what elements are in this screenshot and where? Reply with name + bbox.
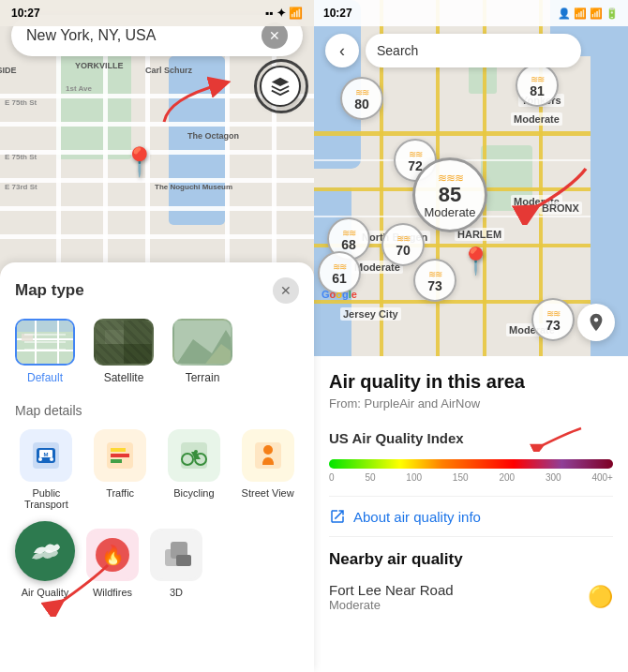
right-panel: 10:27 👤 📶 📶 🔋 ‹ Search Yonkers Moderate …	[314, 0, 628, 672]
detail-traffic[interactable]: Traffic	[89, 429, 152, 510]
svg-rect-6	[22, 334, 33, 341]
default-icon	[15, 319, 75, 366]
transit-icon-box: M	[20, 429, 72, 482]
sheet-title: Map type	[15, 281, 84, 300]
layers-button[interactable]	[260, 66, 301, 107]
svg-rect-8	[96, 321, 124, 344]
svg-rect-36	[176, 555, 191, 566]
map-type-grid: Default Satellite	[15, 319, 299, 384]
bicycling-label: Bicycling	[173, 487, 214, 499]
nearby-title: Nearby air quality	[329, 550, 613, 569]
bicycling-icon-box	[168, 429, 220, 482]
streetview-label: Street View	[242, 487, 294, 499]
satellite-icon	[94, 319, 154, 366]
aqi-info-panel: Air quality in this area From: PurpleAir…	[314, 356, 628, 672]
search-text-right: Search	[377, 43, 418, 58]
map-pin-right: 📍	[459, 246, 492, 276]
map-area-left: E 75th St E 75th St E 73rd St 1st Ave Th…	[0, 0, 314, 272]
nearby-item-fortlee: Fort Lee Near Road Moderate 🟡	[329, 578, 613, 616]
svg-point-17	[38, 457, 42, 461]
svg-rect-7	[96, 321, 154, 366]
status-bar-left: 10:27 ▪▪ ✦ 📶	[0, 0, 314, 26]
svg-point-18	[50, 457, 53, 461]
aqi-badge-main: ≋≋≋ 85 Moderate	[412, 157, 487, 232]
search-text-left: New York, NY, USA	[26, 27, 262, 44]
svg-point-29	[263, 445, 273, 455]
about-air-quality-button[interactable]: About air quality info	[329, 496, 613, 537]
layers-arrow-left	[159, 70, 234, 127]
aqi-badge-80: ≋≋ 80	[340, 77, 383, 120]
detail-3d[interactable]: 3D	[150, 529, 202, 598]
map-type-terrain[interactable]: Terrain	[172, 319, 232, 384]
map-type-default[interactable]: Default	[15, 319, 75, 384]
traffic-label: Traffic	[106, 487, 134, 499]
3d-label: 3D	[170, 587, 183, 598]
satellite-label: Satellite	[104, 371, 144, 384]
time-left: 10:27	[11, 7, 40, 20]
aqi-badge-81: ≋≋ 81	[516, 64, 559, 107]
icons-left: ▪▪ ✦ 📶	[265, 7, 303, 20]
3d-icon-box	[150, 529, 202, 581]
sheet-header: Map type ✕	[15, 277, 299, 304]
svg-rect-10	[105, 330, 124, 344]
search-bar-right[interactable]: Search	[366, 34, 581, 67]
map-label-jerseycity: Jersey City	[340, 307, 401, 321]
about-air-text: About air quality info	[353, 509, 481, 525]
sheet-close-button[interactable]: ✕	[273, 277, 299, 304]
time-right: 10:27	[323, 7, 352, 20]
aqi-info-title: Air quality in this area	[329, 371, 613, 393]
nearby-item-icon: 🟡	[588, 585, 613, 609]
detail-bicycling[interactable]: Bicycling	[163, 429, 226, 510]
svg-rect-9	[124, 344, 154, 366]
map-details-label: Map details	[15, 403, 299, 418]
transit-label: Public Transport	[15, 487, 78, 510]
streetview-icon-box	[242, 429, 294, 482]
location-button-right[interactable]	[577, 304, 615, 341]
aqi-arrow-right	[497, 159, 591, 229]
map-label-moderate-1: Moderate	[511, 112, 562, 126]
nearby-item-name: Fort Lee Near Road	[329, 582, 454, 598]
aqi-index-label: US Air Quality Index	[329, 424, 613, 452]
back-button-right[interactable]: ‹	[325, 34, 359, 67]
icons-right: 👤 📶 📶 🔋	[558, 7, 619, 20]
nearby-item-status: Moderate	[329, 598, 454, 612]
air-quality-arrow	[37, 560, 112, 620]
map-pin-left: 📍	[122, 145, 157, 178]
map-area-right: 10:27 👤 📶 📶 🔋 ‹ Search Yonkers Moderate …	[314, 0, 628, 356]
map-type-satellite[interactable]: Satellite	[94, 319, 154, 384]
default-label: Default	[27, 371, 63, 384]
map-details-grid: M Public Transport Traffic	[15, 429, 299, 510]
status-bar-right: 10:27 👤 📶 📶 🔋	[314, 0, 628, 26]
traffic-icon-box	[94, 429, 146, 482]
aqi-info-source: From: PurpleAir and AirNow	[329, 396, 613, 411]
svg-point-27	[194, 450, 198, 454]
search-close-left[interactable]: ✕	[262, 22, 288, 49]
terrain-label: Terrain	[186, 371, 220, 384]
google-logo: Google	[321, 289, 357, 300]
aqi-scale-labels: 0 50 100 150 200 300 400+	[329, 472, 613, 483]
aqi-badge-73a: ≋≋ 73	[413, 259, 456, 302]
map-type-sheet: Map type ✕ Default	[0, 262, 314, 672]
svg-rect-1	[17, 321, 75, 332]
terrain-icon	[172, 319, 232, 366]
detail-streetview[interactable]: Street View	[236, 429, 299, 510]
aqi-badge-73b: ≋≋ 73	[531, 298, 575, 341]
left-panel: E 75th St E 75th St E 73rd St 1st Ave Th…	[0, 0, 314, 672]
aqi-scale-bar	[329, 459, 613, 469]
detail-transit[interactable]: M Public Transport	[15, 429, 78, 510]
svg-text:M: M	[44, 452, 49, 457]
